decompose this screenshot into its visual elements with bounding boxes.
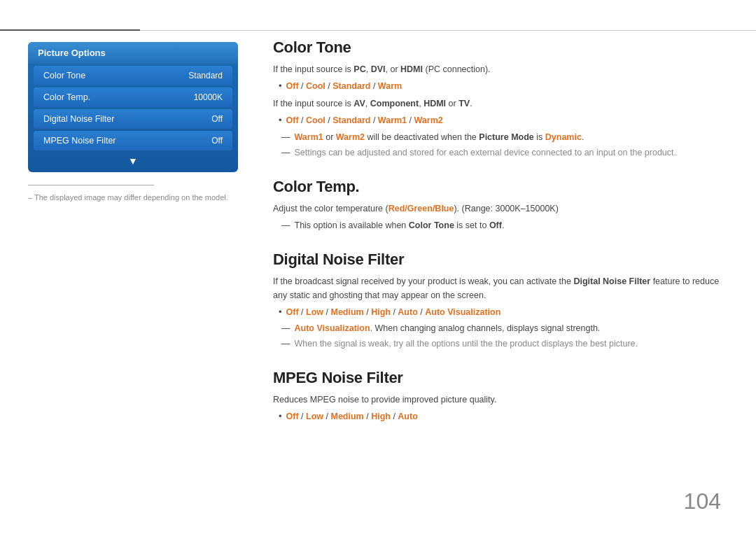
section-color-temp: Color Temp. Adjust the color temperature… <box>273 178 721 232</box>
section-body-digital-noise: If the broadcast signal received by your… <box>273 274 721 351</box>
section-color-tone: Color Tone If the input source is PC, DV… <box>273 38 721 160</box>
menu-item-color-tone-label: Color Tone <box>43 71 85 80</box>
color-tone-p2: If the input source is AV, Component, HD… <box>273 97 721 111</box>
right-content: Color Tone If the input source is PC, DV… <box>273 38 721 442</box>
section-body-color-tone: If the input source is PC, DVI, or HDMI … <box>273 62 721 160</box>
section-body-color-temp: Adjust the color temperature (Red/Green/… <box>273 202 721 232</box>
top-bar-dark <box>0 29 140 31</box>
footnote: – The displayed image may differ dependi… <box>28 192 238 203</box>
menu-item-color-tone-value: Standard <box>188 71 223 80</box>
section-mpeg-noise: MPEG Noise Filter Reduces MPEG noise to … <box>273 369 721 424</box>
menu-item-digital-noise-value: Off <box>211 114 223 124</box>
mpeg-noise-p1: Reduces MPEG noise to provide improved p… <box>273 393 721 407</box>
top-bar <box>0 29 756 31</box>
top-bar-light <box>140 30 756 31</box>
color-tone-bullet2: • Off / Cool / Standard / Warm1 / Warm2 <box>279 113 721 128</box>
digital-noise-note1: — Auto Visualization. When changing anal… <box>281 321 721 335</box>
menu-item-mpeg-noise-label: MPEG Noise Filter <box>43 136 116 146</box>
menu-item-digital-noise-label: Digital Noise Filter <box>43 114 114 124</box>
picture-options-title: Picture Options <box>28 42 238 64</box>
dropdown-arrow[interactable]: ▼ <box>28 153 238 172</box>
section-body-mpeg-noise: Reduces MPEG noise to provide improved p… <box>273 393 721 424</box>
menu-item-color-tone[interactable]: Color Tone Standard <box>34 66 232 85</box>
menu-item-color-temp-value: 10000K <box>194 92 223 102</box>
page-number: 104 <box>684 489 721 514</box>
color-tone-note1: — Warm1 or Warm2 will be deactivated whe… <box>281 130 721 144</box>
color-tone-p1: If the input source is PC, DVI, or HDMI … <box>273 62 721 76</box>
digital-noise-bullet1: • Off / Low / Medium / High / Auto / Aut… <box>279 305 721 320</box>
section-digital-noise: Digital Noise Filter If the broadcast si… <box>273 251 721 351</box>
section-title-digital-noise: Digital Noise Filter <box>273 251 721 269</box>
digital-noise-p1: If the broadcast signal received by your… <box>273 274 721 302</box>
menu-item-mpeg-noise[interactable]: MPEG Noise Filter Off <box>34 131 232 150</box>
menu-item-digital-noise[interactable]: Digital Noise Filter Off <box>34 109 232 129</box>
color-tone-bullet1: • Off / Cool / Standard / Warm <box>279 79 721 94</box>
menu-item-color-temp[interactable]: Color Temp. 10000K <box>34 87 232 107</box>
section-title-color-tone: Color Tone <box>273 38 721 57</box>
picture-options-box: Picture Options Color Tone Standard Colo… <box>28 42 238 172</box>
color-temp-p1: Adjust the color temperature (Red/Green/… <box>273 202 721 216</box>
section-title-color-temp: Color Temp. <box>273 178 721 196</box>
menu-item-mpeg-noise-value: Off <box>211 136 223 146</box>
color-temp-note1: — This option is available when Color To… <box>281 218 721 232</box>
menu-item-color-temp-label: Color Temp. <box>43 92 90 102</box>
left-divider <box>28 185 154 185</box>
digital-noise-note2: — When the signal is weak, try all the o… <box>281 337 721 351</box>
mpeg-noise-bullet1: • Off / Low / Medium / High / Auto <box>279 409 721 424</box>
color-tone-note2: — Settings can be adjusted and stored fo… <box>281 146 721 160</box>
section-title-mpeg-noise: MPEG Noise Filter <box>273 369 721 387</box>
left-panel: Picture Options Color Tone Standard Colo… <box>28 42 238 203</box>
